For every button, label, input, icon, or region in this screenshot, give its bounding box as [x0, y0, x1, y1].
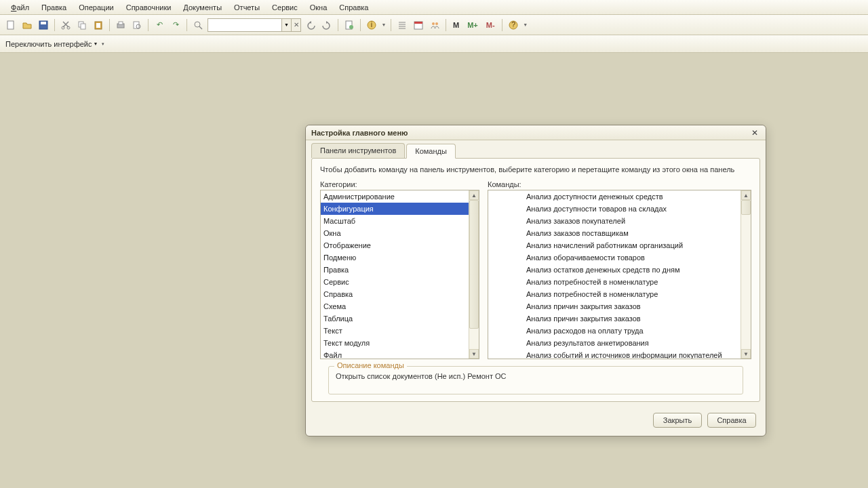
menu-windows[interactable]: Окна	[304, 2, 333, 13]
description-text: Открыть список документов (Не исп.) Ремо…	[336, 372, 736, 380]
calc-mplus-button[interactable]: M+	[465, 21, 481, 29]
category-item[interactable]: Правка	[321, 264, 469, 276]
scrollbar[interactable]: ▲ ▼	[469, 190, 479, 359]
redo-icon[interactable]: ↷	[169, 18, 182, 32]
category-item[interactable]: Сервис	[321, 276, 469, 288]
info-dropdown-icon[interactable]: ▼	[381, 18, 387, 32]
dialog-buttons: Закрыть Справка	[306, 407, 766, 436]
search-dropdown-icon[interactable]: ▼	[282, 18, 292, 32]
list-icon[interactable]	[395, 18, 409, 32]
command-item[interactable]: Анализ причин закрытия заказов	[488, 300, 741, 312]
close-icon[interactable]: ✕	[749, 127, 760, 138]
cut-icon[interactable]	[59, 18, 73, 32]
tab-commands[interactable]: Команды	[406, 144, 456, 159]
menu-reports[interactable]: Отчеты	[229, 2, 265, 13]
calc-mminus-button[interactable]: M-	[484, 21, 498, 29]
toolbar-secondary: Переключить интерфейс ▼ ▾	[0, 35, 868, 53]
help-button[interactable]: Справка	[707, 413, 756, 428]
save-icon[interactable]	[37, 18, 50, 32]
command-item[interactable]: Анализ заказов покупателей	[488, 215, 741, 227]
command-item[interactable]: Анализ доступности товаров на складах	[488, 203, 741, 215]
menu-operations[interactable]: Операции	[73, 2, 119, 13]
search-combo[interactable]: ▼ ✕	[208, 18, 301, 32]
category-item[interactable]: Схема	[321, 300, 469, 312]
tab-panels[interactable]: Панели инструментов	[311, 143, 405, 158]
print-icon[interactable]	[114, 18, 127, 32]
command-item[interactable]: Анализ потребностей в номенклатуре	[488, 288, 741, 300]
scroll-thumb[interactable]	[741, 200, 751, 215]
commands-listbox[interactable]: Анализ доступности денежных средствАнали…	[488, 190, 751, 359]
calendar-icon[interactable]	[412, 18, 425, 32]
svg-rect-10	[119, 22, 123, 24]
category-item[interactable]: Конфигурация	[321, 203, 469, 215]
svg-text:?: ?	[511, 20, 515, 28]
toolbar-overflow-icon[interactable]: ▾	[102, 41, 104, 47]
category-item[interactable]: Справка	[321, 288, 469, 300]
command-item[interactable]: Анализ начислений работникам организаций	[488, 239, 741, 251]
category-item[interactable]: Подменю	[321, 251, 469, 264]
scroll-down-icon[interactable]: ▼	[741, 349, 751, 359]
category-item[interactable]: Масштаб	[321, 215, 469, 227]
category-item[interactable]: Окна	[321, 227, 469, 239]
calc-m-button[interactable]: M	[450, 21, 462, 29]
chevron-down-icon: ▼	[94, 41, 98, 46]
category-item[interactable]: Текст	[321, 325, 469, 337]
command-item[interactable]: Анализ расходов на оплату труда	[488, 325, 741, 337]
document-icon[interactable]	[342, 18, 356, 32]
category-item[interactable]: Текст модуля	[321, 337, 469, 349]
menu-file[interactable]: Файл	[5, 2, 35, 13]
svg-point-21	[435, 22, 438, 25]
search-icon[interactable]	[191, 18, 205, 32]
open-icon[interactable]	[20, 18, 34, 32]
help-icon[interactable]: ?	[507, 18, 520, 32]
category-item[interactable]: Администрирование	[321, 190, 469, 203]
menu-documents[interactable]: Документы	[178, 2, 227, 13]
users-icon[interactable]	[428, 18, 441, 32]
category-item[interactable]: Таблица	[321, 312, 469, 325]
command-item[interactable]: Анализ доступности денежных средств	[488, 190, 741, 203]
print-preview-icon[interactable]	[130, 18, 144, 32]
scroll-thumb[interactable]	[469, 200, 479, 329]
menu-bar: Файл Правка Операции Справочники Докумен…	[0, 0, 868, 15]
command-item[interactable]: Анализ оборачиваемости товаров	[488, 251, 741, 264]
help-dropdown-icon[interactable]: ▼	[523, 18, 528, 32]
menu-service[interactable]: Сервис	[267, 2, 303, 13]
info-icon[interactable]: i	[365, 18, 378, 32]
close-button[interactable]: Закрыть	[653, 413, 702, 428]
dialog-title: Настройка главного меню	[311, 129, 408, 137]
search-input[interactable]	[208, 18, 282, 32]
new-icon[interactable]	[4, 18, 18, 32]
category-item[interactable]: Отображение	[321, 239, 469, 251]
refresh-back-icon[interactable]	[304, 18, 317, 32]
search-clear-icon[interactable]: ✕	[292, 18, 301, 32]
svg-rect-8	[96, 23, 100, 28]
refresh-forward-icon[interactable]	[320, 18, 334, 32]
scroll-up-icon[interactable]: ▲	[741, 190, 751, 200]
command-item[interactable]: Анализ потребностей в номенклатуре	[488, 276, 741, 288]
scroll-down-icon[interactable]: ▼	[469, 349, 479, 359]
switch-interface-button[interactable]: Переключить интерфейс ▼	[5, 40, 98, 48]
scrollbar[interactable]: ▲ ▼	[741, 190, 751, 359]
dialog-hint: Чтобы добавить команду на панель инструм…	[320, 165, 751, 174]
copy-icon[interactable]	[75, 18, 89, 32]
menu-edit[interactable]: Правка	[36, 2, 72, 13]
paste-icon[interactable]	[92, 18, 105, 32]
categories-listbox[interactable]: АдминистрированиеКонфигурацияМасштабОкна…	[320, 190, 479, 359]
command-item[interactable]: Анализ остатков денежных средств по дням	[488, 264, 741, 276]
scroll-up-icon[interactable]: ▲	[469, 190, 479, 200]
dialog-titlebar[interactable]: Настройка главного меню ✕	[306, 125, 766, 140]
commands-label: Команды:	[488, 180, 751, 188]
menu-references[interactable]: Справочники	[121, 2, 177, 13]
command-item[interactable]: Анализ причин закрытия заказов	[488, 312, 741, 325]
command-item[interactable]: Анализ результатов анкетирования	[488, 337, 741, 349]
command-description-frame: Описание команды Открыть список документ…	[328, 366, 743, 394]
menu-help[interactable]: Справка	[334, 2, 374, 13]
undo-icon[interactable]: ↶	[153, 18, 166, 32]
svg-rect-19	[414, 22, 422, 24]
command-item[interactable]: Анализ заказов поставщикам	[488, 227, 741, 239]
categories-label: Категории:	[320, 180, 479, 188]
command-item[interactable]: Анализ событий и источников информации п…	[488, 349, 741, 359]
dialog-body: Чтобы добавить команду на панель инструм…	[311, 158, 760, 402]
svg-rect-0	[7, 21, 14, 29]
category-item[interactable]: Файл	[321, 349, 469, 359]
